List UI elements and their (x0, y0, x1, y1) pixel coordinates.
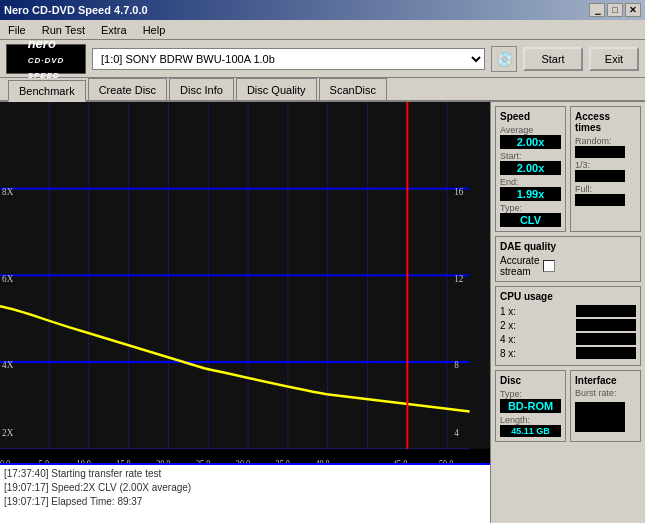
eject-icon-button[interactable]: 💿 (491, 46, 517, 72)
disc-type-label: Type: (500, 389, 561, 399)
cpu-row-3: 8 x: (500, 347, 636, 359)
disc-interface-row: Disc Type: BD-ROM Length: 45.11 GB Inter… (495, 370, 641, 442)
menu-bar: File Run Test Extra Help (0, 20, 645, 40)
log-line-2: [19:07:17] Elapsed Time: 89:37 (4, 495, 486, 509)
speed-start-value: 2.00x (500, 161, 561, 175)
speed-type-value: CLV (500, 213, 561, 227)
onethird-label: 1/3: (575, 160, 636, 170)
dae-checkbox[interactable] (543, 260, 555, 272)
dae-accurate-label: Accuratestream (500, 255, 539, 277)
cpu-8x-label: 8 x: (500, 348, 516, 359)
disc-group: Disc Type: BD-ROM Length: 45.11 GB (495, 370, 566, 442)
app-title: Nero CD-DVD Speed 4.7.0.0 (4, 4, 148, 16)
cpu-8x-bar (576, 347, 636, 359)
tab-create-disc[interactable]: Create Disc (88, 78, 167, 100)
access-times-group: Access times Random: 1/3: Full: (570, 106, 641, 232)
svg-text:4X: 4X (2, 358, 14, 370)
svg-text:8: 8 (454, 358, 459, 370)
log-area: [17:37:40] Starting transfer rate test [… (0, 463, 490, 523)
svg-text:16: 16 (454, 185, 463, 197)
svg-text:12: 12 (454, 272, 463, 284)
nero-logo: neroCD·DVDSPEED (6, 44, 86, 74)
chart-svg: 8X 6X 4X 2X 16 12 8 4 0.0 5.0 10.0 15.0 … (0, 102, 490, 523)
speed-average-label: Average (500, 125, 561, 135)
cpu-row-0: 1 x: (500, 305, 636, 317)
tab-scandisc[interactable]: ScanDisc (319, 78, 387, 100)
tab-disc-quality[interactable]: Disc Quality (236, 78, 317, 100)
dae-row: Accuratestream (500, 255, 636, 277)
title-bar: Nero CD-DVD Speed 4.7.0.0 ⎯ □ ✕ (0, 0, 645, 20)
cpu-2x-bar (576, 319, 636, 331)
tabs-bar: Benchmark Create Disc Disc Info Disc Qua… (0, 78, 645, 102)
speed-title: Speed (500, 111, 561, 122)
speed-access-row: Speed Average 2.00x Start: 2.00x End: 1.… (495, 106, 641, 232)
full-label: Full: (575, 184, 636, 194)
cpu-row-1: 2 x: (500, 319, 636, 331)
tab-disc-info[interactable]: Disc Info (169, 78, 234, 100)
cpu-1x-bar (576, 305, 636, 317)
svg-text:2X: 2X (2, 427, 14, 439)
interface-group: Interface Burst rate: (570, 370, 641, 442)
tab-benchmark[interactable]: Benchmark (8, 80, 86, 102)
toolbar: neroCD·DVDSPEED [1:0] SONY BDRW BWU-100A… (0, 40, 645, 78)
exit-button[interactable]: Exit (589, 47, 639, 71)
log-line-1: [19:07:17] Speed:2X CLV (2.00X average) (4, 481, 486, 495)
disc-title: Disc (500, 375, 561, 386)
dae-group: DAE quality Accuratestream (495, 236, 641, 282)
cpu-group: CPU usage 1 x: 2 x: 4 x: 8 x: (495, 286, 641, 366)
speed-end-value: 1.99x (500, 187, 561, 201)
random-bar (575, 146, 625, 158)
minimize-button[interactable]: ⎯ (589, 3, 605, 17)
random-label: Random: (575, 136, 636, 146)
cpu-2x-label: 2 x: (500, 320, 516, 331)
disc-length-label: Length: (500, 415, 561, 425)
cpu-row-2: 4 x: (500, 333, 636, 345)
right-panel: Speed Average 2.00x Start: 2.00x End: 1.… (490, 102, 645, 523)
menu-help[interactable]: Help (139, 22, 170, 38)
speed-average-value: 2.00x (500, 135, 561, 149)
main-content: 8X 6X 4X 2X 16 12 8 4 0.0 5.0 10.0 15.0 … (0, 102, 645, 523)
full-bar (575, 194, 625, 206)
svg-text:4: 4 (454, 427, 459, 439)
access-times-title: Access times (575, 111, 636, 133)
burst-label: Burst rate: (575, 388, 636, 398)
speed-type-label: Type: (500, 203, 561, 213)
cpu-title: CPU usage (500, 291, 636, 302)
cpu-1x-label: 1 x: (500, 306, 516, 317)
svg-text:8X: 8X (2, 185, 14, 197)
menu-file[interactable]: File (4, 22, 30, 38)
disc-length-value: 45.11 GB (500, 425, 561, 437)
speed-start-label: Start: (500, 151, 561, 161)
speed-end-label: End: (500, 177, 561, 187)
window-controls: ⎯ □ ✕ (589, 3, 641, 17)
cpu-4x-label: 4 x: (500, 334, 516, 345)
disc-type-value: BD-ROM (500, 399, 561, 413)
dae-title: DAE quality (500, 241, 636, 252)
onethird-bar (575, 170, 625, 182)
log-line-0: [17:37:40] Starting transfer rate test (4, 467, 486, 481)
svg-text:6X: 6X (2, 272, 14, 284)
speed-group: Speed Average 2.00x Start: 2.00x End: 1.… (495, 106, 566, 232)
interface-title: Interface (575, 375, 636, 386)
maximize-button[interactable]: □ (607, 3, 623, 17)
menu-extra[interactable]: Extra (97, 22, 131, 38)
close-button[interactable]: ✕ (625, 3, 641, 17)
burst-bar (575, 402, 625, 432)
cpu-4x-bar (576, 333, 636, 345)
start-button[interactable]: Start (523, 47, 583, 71)
drive-select[interactable]: [1:0] SONY BDRW BWU-100A 1.0b (92, 48, 485, 70)
chart-panel: 8X 6X 4X 2X 16 12 8 4 0.0 5.0 10.0 15.0 … (0, 102, 490, 523)
